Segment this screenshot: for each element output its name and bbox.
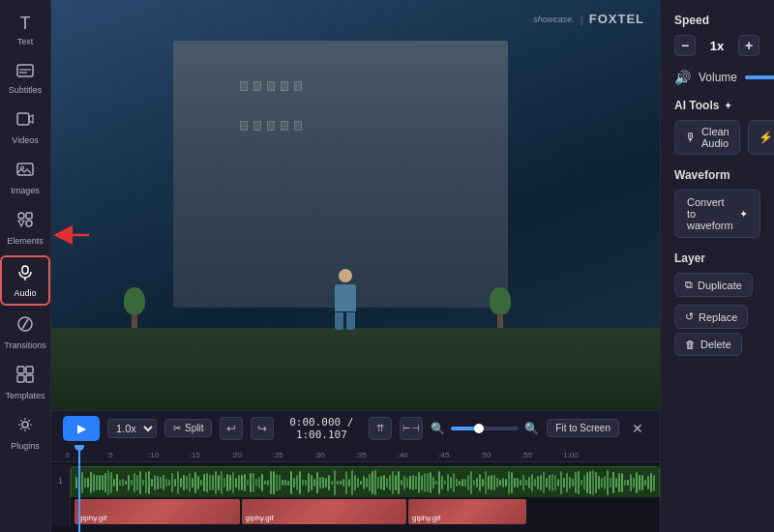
convert-waveform-label: Convert to waveform	[687, 196, 733, 231]
svg-rect-12	[17, 367, 24, 373]
zoom-in-icon[interactable]: 🔍	[524, 422, 539, 435]
duplicate-button[interactable]: ⧉ Duplicate	[674, 273, 753, 297]
timeline-area: 0 :5 :10 :15 :20 :25 :30 :35 :40 :45 :50…	[51, 445, 660, 532]
clean-audio-label: Clean Audio	[701, 126, 729, 149]
clean-audio-icon: 🎙	[685, 131, 697, 144]
waveform-track[interactable]	[71, 466, 660, 497]
speed-section: Speed − 1x +	[674, 14, 760, 56]
convert-sparkle: ✦	[739, 208, 748, 221]
ruler-mark: :5	[106, 451, 113, 459]
audio-track-content[interactable]	[71, 464, 660, 497]
sidebar-item-label: Videos	[12, 135, 38, 145]
replace-icon: ↺	[685, 310, 694, 323]
plugins-icon	[16, 416, 34, 438]
sidebar-item-audio[interactable]: Audio	[0, 255, 50, 306]
snap-button[interactable]: ⇈	[369, 417, 392, 440]
split-button[interactable]: ✂ Split	[164, 419, 212, 437]
ruler-mark: :40	[397, 451, 407, 459]
sidebar-item-elements[interactable]: Elements	[0, 205, 50, 251]
building	[173, 41, 508, 308]
replace-button[interactable]: ↺ Replace	[674, 305, 748, 329]
watermark-foxtel: FOXTEL	[589, 12, 644, 26]
delete-button[interactable]: 🗑 Delete	[674, 333, 742, 356]
speed-decrease-button[interactable]: −	[674, 35, 696, 56]
playhead[interactable]	[78, 445, 80, 532]
volume-slider[interactable]	[745, 75, 774, 79]
split-label: Split	[185, 423, 203, 433]
gif-clip-3-label: giphy.gif	[412, 514, 440, 522]
gif-track: giphy.gif giphy.gif giphy.gif	[51, 497, 660, 526]
svg-rect-8	[26, 221, 32, 226]
zoom-out-icon[interactable]: 🔍	[431, 422, 445, 435]
video-scene: showcase. | FOXTEL	[51, 0, 660, 410]
images-icon	[16, 161, 34, 183]
speed-select[interactable]: 1.0x 1.5x 2.0x	[107, 419, 157, 438]
tree-left	[124, 287, 145, 328]
gif-clip-2-label: giphy.gif	[246, 514, 274, 522]
gif-clip-1[interactable]: giphy.gif	[74, 499, 240, 524]
ruler-mark: :30	[314, 451, 325, 459]
ai-tools-header: AI Tools ✦	[674, 99, 760, 112]
sidebar-item-videos[interactable]: Videos	[0, 104, 50, 151]
audio-track: 1	[51, 464, 660, 497]
duplicate-label: Duplicate	[698, 280, 742, 291]
fit-screen-button[interactable]: Fit to Screen	[547, 419, 619, 437]
right-panel: Speed − 1x + 🔊 Volume AI Tools ✦	[660, 0, 774, 532]
close-timeline-button[interactable]: ✕	[627, 418, 648, 439]
ai-tools-section: AI Tools ✦ 🎙 Clean Audio ⚡ Smart Cut	[674, 99, 760, 155]
ruler-mark: :35	[356, 451, 367, 459]
svg-rect-0	[17, 65, 33, 76]
clean-audio-button[interactable]: 🎙 Clean Audio	[674, 120, 740, 155]
ruler-mark: :15	[190, 451, 200, 459]
gif-clip-3[interactable]: giphy.gif	[408, 499, 526, 524]
ai-btn-row: 🎙 Clean Audio ⚡ Smart Cut	[674, 120, 760, 155]
svg-rect-9	[22, 266, 28, 274]
sidebar-item-subtitles[interactable]: Subtitles	[0, 56, 50, 101]
sidebar-item-templates[interactable]: Templates	[0, 360, 50, 406]
magnet-button[interactable]: ⊢⊣	[400, 417, 423, 440]
zoom-slider[interactable]	[451, 427, 519, 430]
timecode: 0:00.000 / 1:00.107	[282, 416, 361, 441]
gif-clip-2[interactable]: giphy.gif	[242, 499, 407, 524]
speed-title: Speed	[674, 14, 760, 27]
delete-label: Delete	[700, 339, 731, 350]
building-windows	[240, 81, 302, 91]
audio-icon	[16, 263, 34, 285]
gif-track-content: giphy.gif giphy.gif giphy.gif	[71, 497, 660, 526]
ruler-mark: :55	[521, 451, 532, 459]
svg-rect-3	[17, 113, 29, 125]
waveform-section: Waveform Convert to waveform ✦	[674, 168, 760, 238]
speed-increase-button[interactable]: +	[738, 35, 759, 56]
smart-cut-button[interactable]: ⚡ Smart Cut	[748, 120, 774, 155]
smart-cut-icon: ⚡	[759, 131, 773, 144]
figure	[331, 269, 360, 337]
ruler-mark: :25	[273, 451, 283, 459]
sidebar-item-label: Text	[17, 37, 34, 46]
undo-icon: ↩	[226, 422, 236, 435]
redo-button[interactable]: ↪	[251, 417, 274, 440]
ruler-mark: 0	[65, 451, 69, 459]
text-icon: T	[20, 14, 31, 34]
svg-rect-13	[26, 367, 33, 373]
subtitles-icon	[16, 62, 34, 82]
ruler-mark: :45	[438, 451, 449, 459]
ruler-mark: :20	[231, 451, 242, 459]
watermark: showcase. | FOXTEL	[533, 12, 644, 26]
volume-icon: 🔊	[674, 70, 691, 85]
videos-icon	[16, 110, 34, 133]
sidebar-item-plugins[interactable]: Plugins	[0, 410, 50, 457]
layer-title: Layer	[674, 251, 760, 265]
layer-section: Layer ⧉ Duplicate ↺ Replace 🗑 Delete	[674, 251, 760, 356]
scissors-icon: ✂	[173, 423, 181, 433]
sidebar-item-label: Transitions	[4, 340, 46, 350]
convert-waveform-button[interactable]: Convert to waveform ✦	[674, 190, 760, 238]
svg-rect-14	[17, 375, 24, 382]
play-button[interactable]: ▶	[63, 416, 100, 441]
duplicate-icon: ⧉	[685, 279, 693, 291]
sidebar-item-transitions[interactable]: Transitions	[0, 310, 50, 356]
sidebar-item-text[interactable]: T Text	[0, 8, 50, 52]
speed-value: 1x	[705, 39, 729, 53]
sidebar-item-images[interactable]: Images	[0, 155, 50, 201]
undo-button[interactable]: ↩	[220, 417, 243, 440]
sidebar-item-label: Elements	[7, 236, 44, 246]
